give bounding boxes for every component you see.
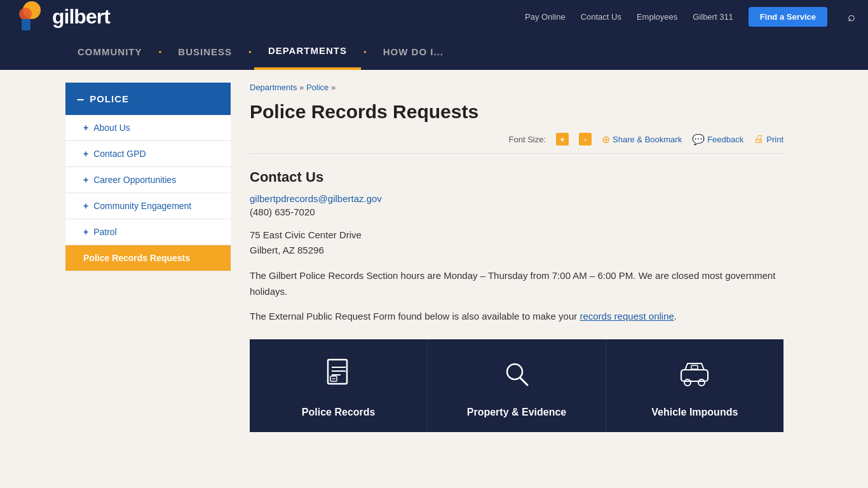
employees-link[interactable]: Employees	[637, 12, 677, 22]
print-label: Print	[766, 135, 783, 144]
nav-dot-2: ●	[246, 49, 254, 55]
card-police-records-label: Police Records	[302, 407, 376, 418]
sidebar-label: Contact GPD	[93, 149, 146, 159]
svg-rect-2	[22, 19, 31, 30]
page-title: Police Records Requests	[250, 101, 783, 123]
print-link[interactable]: 🖨 Print	[754, 133, 783, 145]
font-decrease-button[interactable]: -	[579, 133, 592, 146]
breadcrumb-departments[interactable]: Departments	[250, 83, 297, 92]
cards-row: Police Records Property & Evidence	[250, 339, 783, 432]
sidebar-label: Career Opportunities	[93, 175, 176, 185]
nav-bar: COMMUNITY ● BUSINESS ● DEPARTMENTS ● HOW…	[0, 33, 868, 70]
page-layout: – POLICE + About Us + Contact GPD + Care…	[53, 70, 815, 458]
contact-section-title: Contact Us	[250, 169, 783, 186]
share-icon: ⊕	[602, 133, 610, 146]
breadcrumb-police[interactable]: Police	[306, 83, 329, 92]
share-label: Share & Bookmark	[613, 135, 682, 144]
feedback-link[interactable]: 💬 Feedback	[692, 133, 743, 146]
plus-icon: +	[83, 227, 88, 237]
contact-phone: (480) 635-7020	[250, 207, 783, 217]
sidebar-dash: –	[77, 92, 85, 106]
feedback-label: Feedback	[707, 135, 743, 144]
address-line1: 75 East Civic Center Drive	[250, 227, 783, 243]
sidebar-label: About Us	[93, 123, 130, 133]
breadcrumb-sep1: »	[299, 83, 306, 92]
sidebar-label: Community Engagement	[93, 201, 191, 211]
nav-business[interactable]: BUSINESS	[164, 33, 246, 70]
svg-point-12	[684, 379, 691, 386]
toolbar: Font Size: + - ⊕ Share & Bookmark 💬 Feed…	[250, 133, 783, 154]
address-line2: Gilbert, AZ 85296	[250, 243, 783, 258]
card-vehicle-impounds[interactable]: Vehicle Impounds	[606, 339, 783, 432]
info-text-2-prefix: The External Public Request Form found b…	[250, 311, 580, 322]
print-icon: 🖨	[754, 133, 764, 145]
contact-us-link[interactable]: Contact Us	[581, 12, 621, 22]
address-block: 75 East Civic Center Drive Gilbert, AZ 8…	[250, 227, 783, 258]
plus-icon: +	[83, 149, 88, 159]
font-size-label: Font Size:	[509, 135, 546, 144]
records-request-link[interactable]: records request online	[580, 311, 674, 322]
info-text-2: The External Public Request Form found b…	[250, 309, 783, 325]
sidebar-label: Patrol	[93, 227, 117, 237]
sidebar-item-police-records[interactable]: Police Records Requests	[65, 245, 231, 271]
police-records-icon	[322, 357, 356, 398]
breadcrumb-sep2: »	[331, 83, 336, 92]
svg-line-10	[520, 378, 527, 386]
share-bookmark-link[interactable]: ⊕ Share & Bookmark	[602, 133, 682, 146]
svg-point-1	[19, 8, 32, 20]
breadcrumb: Departments » Police »	[250, 83, 783, 92]
sidebar: – POLICE + About Us + Contact GPD + Care…	[65, 83, 231, 432]
plus-icon: +	[83, 123, 88, 133]
nav-dot-1: ●	[156, 49, 165, 55]
logo-area: gilbert	[13, 0, 110, 33]
vehicle-impounds-icon	[677, 357, 712, 398]
pay-online-link[interactable]: Pay Online	[525, 12, 566, 22]
info-text-1: The Gilbert Police Records Section hours…	[250, 268, 783, 300]
sidebar-item-contact-gpd[interactable]: + Contact GPD	[65, 141, 231, 167]
plus-icon: +	[83, 175, 88, 185]
sidebar-item-career[interactable]: + Career Opportunities	[65, 167, 231, 193]
property-evidence-icon	[499, 357, 534, 398]
gilbert-311-link[interactable]: Gilbert 311	[693, 12, 733, 22]
search-icon[interactable]: ⌕	[848, 10, 855, 24]
main-content: Departments » Police » Police Records Re…	[231, 83, 803, 432]
top-bar: gilbert Pay Online Contact Us Employees …	[0, 0, 868, 33]
nav-how-do-i[interactable]: HOW DO I...	[369, 33, 458, 70]
sidebar-header: – POLICE	[65, 83, 231, 115]
card-police-records[interactable]: Police Records	[250, 339, 428, 432]
logo-text: gilbert	[52, 5, 110, 29]
find-service-button[interactable]: Find a Service	[749, 7, 827, 27]
nav-departments[interactable]: DEPARTMENTS	[254, 33, 361, 70]
svg-rect-14	[691, 365, 698, 369]
sidebar-label: Police Records Requests	[83, 253, 190, 263]
sidebar-item-community-engagement[interactable]: + Community Engagement	[65, 193, 231, 219]
feedback-icon: 💬	[692, 133, 705, 146]
info-text-2-suffix: .	[674, 311, 677, 322]
sidebar-title: POLICE	[90, 93, 129, 104]
logo-icon	[13, 0, 46, 33]
sidebar-item-about-us[interactable]: + About Us	[65, 115, 231, 141]
font-increase-button[interactable]: +	[556, 133, 569, 146]
card-property-evidence-label: Property & Evidence	[467, 407, 567, 418]
svg-point-13	[698, 379, 705, 386]
nav-dot-3: ●	[361, 49, 369, 55]
plus-icon: +	[83, 201, 88, 211]
nav-community[interactable]: COMMUNITY	[64, 33, 156, 70]
top-links: Pay Online Contact Us Employees Gilbert …	[525, 7, 855, 27]
sidebar-item-patrol[interactable]: + Patrol	[65, 219, 231, 245]
card-property-evidence[interactable]: Property & Evidence	[428, 339, 606, 432]
card-vehicle-impounds-label: Vehicle Impounds	[651, 407, 738, 418]
contact-email-link[interactable]: gilbertpdrecords@gilbertaz.gov	[250, 193, 783, 204]
